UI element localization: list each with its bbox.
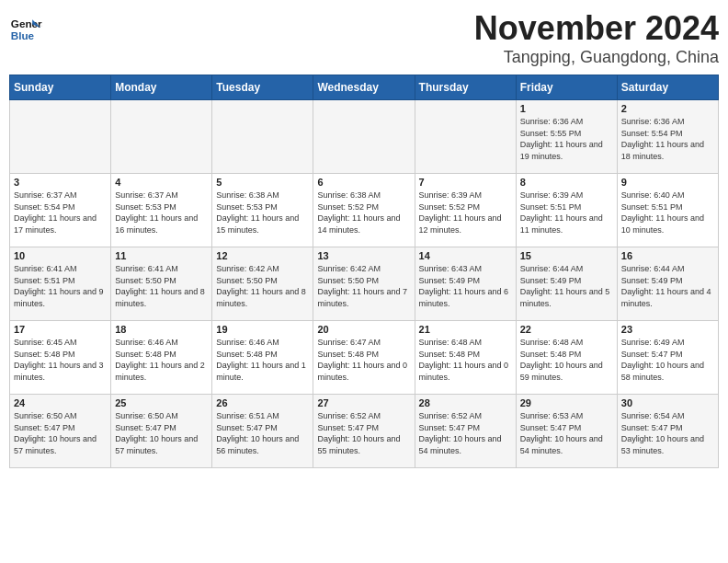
day-number: 10 <box>14 250 107 261</box>
day-number: 30 <box>621 397 714 408</box>
day-info: Sunrise: 6:52 AM Sunset: 5:47 PM Dayligh… <box>419 410 512 456</box>
calendar-cell-w4-d5: 21Sunrise: 6:48 AM Sunset: 5:48 PM Dayli… <box>415 321 516 395</box>
calendar-cell-w1-d2 <box>111 100 212 174</box>
page-subtitle: Tangping, Guangdong, China <box>474 48 719 67</box>
calendar-cell-w2-d1: 3Sunrise: 6:37 AM Sunset: 5:54 PM Daylig… <box>10 174 111 247</box>
day-info: Sunrise: 6:47 AM Sunset: 5:48 PM Dayligh… <box>317 337 410 383</box>
week-row-3: 10Sunrise: 6:41 AM Sunset: 5:51 PM Dayli… <box>10 247 719 321</box>
day-info: Sunrise: 6:41 AM Sunset: 5:51 PM Dayligh… <box>14 263 107 309</box>
header-sunday: Sunday <box>10 75 111 100</box>
calendar-cell-w1-d6: 1Sunrise: 6:36 AM Sunset: 5:55 PM Daylig… <box>516 100 617 174</box>
calendar-cell-w2-d7: 9Sunrise: 6:40 AM Sunset: 5:51 PM Daylig… <box>617 174 718 247</box>
calendar-cell-w5-d4: 27Sunrise: 6:52 AM Sunset: 5:47 PM Dayli… <box>313 395 415 468</box>
calendar-table: SundayMondayTuesdayWednesdayThursdayFrid… <box>9 75 719 468</box>
day-number: 25 <box>115 397 208 408</box>
day-number: 6 <box>317 177 410 188</box>
calendar-cell-w3-d5: 14Sunrise: 6:43 AM Sunset: 5:49 PM Dayli… <box>415 247 516 321</box>
page-title: November 2024 <box>474 9 719 48</box>
calendar-cell-w5-d5: 28Sunrise: 6:52 AM Sunset: 5:47 PM Dayli… <box>415 395 516 468</box>
calendar-header: SundayMondayTuesdayWednesdayThursdayFrid… <box>10 75 719 100</box>
calendar-cell-w5-d7: 30Sunrise: 6:54 AM Sunset: 5:47 PM Dayli… <box>617 395 718 468</box>
day-number: 28 <box>419 397 512 408</box>
calendar-cell-w1-d5 <box>415 100 516 174</box>
calendar-cell-w2-d5: 7Sunrise: 6:39 AM Sunset: 5:52 PM Daylig… <box>415 174 516 247</box>
day-info: Sunrise: 6:52 AM Sunset: 5:47 PM Dayligh… <box>317 410 410 456</box>
header-friday: Friday <box>516 75 617 100</box>
day-info: Sunrise: 6:36 AM Sunset: 5:54 PM Dayligh… <box>621 116 714 162</box>
day-info: Sunrise: 6:53 AM Sunset: 5:47 PM Dayligh… <box>520 410 613 456</box>
logo: General Blue <box>9 13 46 46</box>
calendar-cell-w3-d4: 13Sunrise: 6:42 AM Sunset: 5:50 PM Dayli… <box>313 247 415 321</box>
day-number: 27 <box>317 397 410 408</box>
day-number: 23 <box>621 324 714 335</box>
week-row-4: 17Sunrise: 6:45 AM Sunset: 5:48 PM Dayli… <box>10 321 719 395</box>
day-info: Sunrise: 6:50 AM Sunset: 5:47 PM Dayligh… <box>115 410 208 456</box>
header-saturday: Saturday <box>617 75 718 100</box>
day-info: Sunrise: 6:36 AM Sunset: 5:55 PM Dayligh… <box>520 116 613 162</box>
day-number: 11 <box>115 250 208 261</box>
calendar-cell-w1-d3 <box>212 100 313 174</box>
day-info: Sunrise: 6:42 AM Sunset: 5:50 PM Dayligh… <box>317 263 410 309</box>
svg-text:General: General <box>11 17 42 29</box>
week-row-2: 3Sunrise: 6:37 AM Sunset: 5:54 PM Daylig… <box>10 174 719 247</box>
calendar-cell-w4-d4: 20Sunrise: 6:47 AM Sunset: 5:48 PM Dayli… <box>313 321 415 395</box>
calendar-cell-w5-d2: 25Sunrise: 6:50 AM Sunset: 5:47 PM Dayli… <box>111 395 212 468</box>
day-number: 12 <box>216 250 309 261</box>
header-thursday: Thursday <box>415 75 516 100</box>
calendar-cell-w4-d1: 17Sunrise: 6:45 AM Sunset: 5:48 PM Dayli… <box>10 321 111 395</box>
day-info: Sunrise: 6:39 AM Sunset: 5:52 PM Dayligh… <box>419 190 512 236</box>
day-number: 7 <box>419 177 512 188</box>
header: General Blue November 2024 Tangping, Gua… <box>9 9 719 67</box>
day-info: Sunrise: 6:41 AM Sunset: 5:50 PM Dayligh… <box>115 263 208 309</box>
day-number: 26 <box>216 397 309 408</box>
day-info: Sunrise: 6:50 AM Sunset: 5:47 PM Dayligh… <box>14 410 107 456</box>
day-info: Sunrise: 6:42 AM Sunset: 5:50 PM Dayligh… <box>216 263 309 309</box>
header-monday: Monday <box>111 75 212 100</box>
calendar-cell-w3-d7: 16Sunrise: 6:44 AM Sunset: 5:49 PM Dayli… <box>617 247 718 321</box>
day-info: Sunrise: 6:38 AM Sunset: 5:52 PM Dayligh… <box>317 190 410 236</box>
calendar-cell-w4-d3: 19Sunrise: 6:46 AM Sunset: 5:48 PM Dayli… <box>212 321 313 395</box>
calendar-cell-w2-d2: 4Sunrise: 6:37 AM Sunset: 5:53 PM Daylig… <box>111 174 212 247</box>
day-number: 18 <box>115 324 208 335</box>
day-info: Sunrise: 6:49 AM Sunset: 5:47 PM Dayligh… <box>621 337 714 383</box>
day-number: 13 <box>317 250 410 261</box>
week-row-1: 1Sunrise: 6:36 AM Sunset: 5:55 PM Daylig… <box>10 100 719 174</box>
day-number: 20 <box>317 324 410 335</box>
calendar-cell-w1-d7: 2Sunrise: 6:36 AM Sunset: 5:54 PM Daylig… <box>617 100 718 174</box>
day-number: 8 <box>520 177 613 188</box>
day-info: Sunrise: 6:51 AM Sunset: 5:47 PM Dayligh… <box>216 410 309 456</box>
title-area: November 2024 Tangping, Guangdong, China <box>474 9 719 67</box>
calendar-cell-w4-d6: 22Sunrise: 6:48 AM Sunset: 5:48 PM Dayli… <box>516 321 617 395</box>
day-info: Sunrise: 6:46 AM Sunset: 5:48 PM Dayligh… <box>216 337 309 383</box>
day-number: 24 <box>14 397 107 408</box>
day-info: Sunrise: 6:40 AM Sunset: 5:51 PM Dayligh… <box>621 190 714 236</box>
calendar-cell-w3-d1: 10Sunrise: 6:41 AM Sunset: 5:51 PM Dayli… <box>10 247 111 321</box>
day-info: Sunrise: 6:48 AM Sunset: 5:48 PM Dayligh… <box>520 337 613 383</box>
day-info: Sunrise: 6:54 AM Sunset: 5:47 PM Dayligh… <box>621 410 714 456</box>
day-info: Sunrise: 6:37 AM Sunset: 5:54 PM Dayligh… <box>14 190 107 236</box>
calendar-cell-w2-d6: 8Sunrise: 6:39 AM Sunset: 5:51 PM Daylig… <box>516 174 617 247</box>
svg-text:Blue: Blue <box>11 29 35 41</box>
day-number: 21 <box>419 324 512 335</box>
calendar-cell-w4-d7: 23Sunrise: 6:49 AM Sunset: 5:47 PM Dayli… <box>617 321 718 395</box>
day-info: Sunrise: 6:39 AM Sunset: 5:51 PM Dayligh… <box>520 190 613 236</box>
day-number: 29 <box>520 397 613 408</box>
calendar-cell-w4-d2: 18Sunrise: 6:46 AM Sunset: 5:48 PM Dayli… <box>111 321 212 395</box>
day-number: 19 <box>216 324 309 335</box>
calendar-cell-w5-d3: 26Sunrise: 6:51 AM Sunset: 5:47 PM Dayli… <box>212 395 313 468</box>
calendar-cell-w3-d3: 12Sunrise: 6:42 AM Sunset: 5:50 PM Dayli… <box>212 247 313 321</box>
day-info: Sunrise: 6:43 AM Sunset: 5:49 PM Dayligh… <box>419 263 512 309</box>
calendar-cell-w3-d6: 15Sunrise: 6:44 AM Sunset: 5:49 PM Dayli… <box>516 247 617 321</box>
day-info: Sunrise: 6:45 AM Sunset: 5:48 PM Dayligh… <box>14 337 107 383</box>
day-info: Sunrise: 6:37 AM Sunset: 5:53 PM Dayligh… <box>115 190 208 236</box>
header-row: SundayMondayTuesdayWednesdayThursdayFrid… <box>10 75 719 100</box>
calendar-cell-w1-d4 <box>313 100 415 174</box>
day-info: Sunrise: 6:38 AM Sunset: 5:53 PM Dayligh… <box>216 190 309 236</box>
calendar-cell-w1-d1 <box>10 100 111 174</box>
day-info: Sunrise: 6:44 AM Sunset: 5:49 PM Dayligh… <box>520 263 613 309</box>
logo-icon: General Blue <box>9 13 42 46</box>
day-number: 3 <box>14 177 107 188</box>
calendar-cell-w2-d4: 6Sunrise: 6:38 AM Sunset: 5:52 PM Daylig… <box>313 174 415 247</box>
day-info: Sunrise: 6:46 AM Sunset: 5:48 PM Dayligh… <box>115 337 208 383</box>
week-row-5: 24Sunrise: 6:50 AM Sunset: 5:47 PM Dayli… <box>10 395 719 468</box>
